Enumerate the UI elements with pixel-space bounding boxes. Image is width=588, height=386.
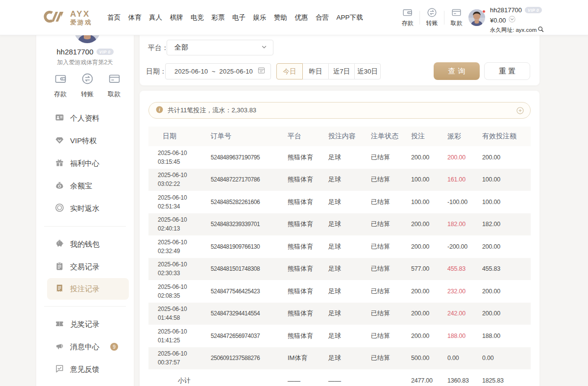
cell-platform: 熊猫体育 <box>288 242 328 251</box>
cell-platform: 熊猫体育 <box>288 309 328 318</box>
wallet-action-3[interactable]: 取款 <box>104 73 124 99</box>
sidebar-item-megaphone[interactable]: 消息中心9 <box>36 335 134 358</box>
subtotal-label: 小计 <box>158 376 211 385</box>
nav-item-6[interactable]: 彩票 <box>212 13 225 22</box>
bank-card-icon <box>451 7 462 18</box>
sidebar-item-ticket[interactable]: 兑奖记录 <box>36 313 134 335</box>
table-row[interactable]: 2025-06-1003:15:455248489637190795熊猫体育足球… <box>148 146 531 169</box>
cell-order-number: 5248481909766130 <box>211 243 288 250</box>
cell-valid-amount: 455.83 <box>482 265 531 272</box>
wallet-action-label: 取款 <box>108 90 121 99</box>
date-range-value: 2025-06-10 ~ 2025-06-10 <box>174 68 258 75</box>
cell-status: 已结算 <box>371 354 411 362</box>
table-row[interactable]: 2025-06-1002:08:355248477546425423熊猫体育足球… <box>148 280 531 303</box>
date-range-input[interactable]: 2025-06-10 ~ 2025-06-10 <box>165 63 271 79</box>
cell-date: 2025-06-1002:51:34 <box>158 193 211 211</box>
quick-action-3[interactable]: 取款 <box>445 7 468 27</box>
platform-select[interactable]: 全部 <box>167 40 273 55</box>
search-icon[interactable] <box>538 26 544 34</box>
transfer-icon <box>427 7 437 18</box>
cell-payout: -200.00 <box>447 243 482 250</box>
nav-item-1[interactable]: 首页 <box>107 13 121 22</box>
table-row[interactable]: 2025-06-1002:51:345248485282261606熊猫体育足球… <box>148 191 531 213</box>
cell-order-number: 5248483239339701 <box>211 221 288 228</box>
brand-logo[interactable]: AYX 爱游戏 <box>42 8 92 27</box>
nav-item-2[interactable]: 体育 <box>128 13 142 22</box>
nav-item-8[interactable]: 娱乐 <box>253 13 267 22</box>
feedback-icon <box>55 364 64 375</box>
sidebar-item-label: 实时返水 <box>70 204 99 213</box>
range-button-4[interactable]: 近30日 <box>354 63 381 79</box>
column-header-6: 投注 <box>411 132 447 141</box>
cell-platform: 熊猫体育 <box>288 287 328 296</box>
plus-circle-icon[interactable] <box>516 107 524 114</box>
cell-order-number: 5248489637190795 <box>211 154 288 161</box>
menu-divider <box>44 306 126 307</box>
cell-status: 已结算 <box>371 332 411 340</box>
range-button-1[interactable]: 今日 <box>276 63 303 79</box>
cell-date: 2025-06-1003:02:22 <box>158 171 211 188</box>
sidebar-item-receipt[interactable]: 投注记录 <box>47 278 129 300</box>
table-row[interactable]: 2025-06-1001:41:255248472656974037熊猫体育足球… <box>148 325 531 347</box>
nav-item-4[interactable]: 棋牌 <box>170 13 183 22</box>
cell-payout: 455.83 <box>447 265 482 272</box>
wallet-action-2[interactable]: 转账 <box>77 73 98 99</box>
table-row[interactable]: 2025-06-1002:32:495248481909766130熊猫体育足球… <box>148 235 531 258</box>
query-button[interactable]: 查询 <box>434 62 480 80</box>
table-row[interactable]: 2025-06-1001:44:585248473294414554熊猫体育足球… <box>148 303 531 325</box>
cell-bet-content: 足球 <box>328 198 371 206</box>
sidebar-item-coin[interactable]: 实时返水 <box>36 197 134 220</box>
cell-order-number: 5248487227170786 <box>211 176 288 183</box>
wallet-action-1[interactable]: 存款 <box>50 73 71 99</box>
nav-item-7[interactable]: 电子 <box>232 13 245 22</box>
cell-bet-amount: 100.00 <box>411 176 447 183</box>
cell-bet-amount: 200.00 <box>411 333 447 339</box>
range-button-3[interactable]: 近7日 <box>328 63 355 79</box>
sidebar-item-id-card[interactable]: 个人资料 <box>36 107 134 129</box>
platform-select-value: 全部 <box>174 43 261 52</box>
subtotal-dash: —— <box>328 377 371 385</box>
nav-item-11[interactable]: 合营 <box>316 13 329 22</box>
subtotal-row: 小计————2477.001360.831825.83 <box>148 369 531 386</box>
cell-status: 已结算 <box>371 175 411 184</box>
piggy-bank-icon <box>55 239 64 250</box>
table-row[interactable]: 2025-06-1002:40:135248483239339701熊猫体育足球… <box>148 213 531 236</box>
nav-item-12[interactable]: APP下载 <box>337 13 363 22</box>
sidebar-item-gift[interactable]: 福利中心 <box>36 152 134 175</box>
sidebar-item-feedback[interactable]: 意见反馈 <box>36 358 134 381</box>
wallet-icon <box>402 7 413 18</box>
nav-item-5[interactable]: 电竞 <box>191 13 204 22</box>
table-row[interactable]: 2025-06-1003:02:225248487227170786熊猫体育足球… <box>148 169 531 191</box>
sidebar-item-piggy-bank[interactable]: 我的钱包 <box>36 233 134 256</box>
quick-action-1[interactable]: 存款 <box>396 7 419 27</box>
balance-refresh-icon[interactable] <box>509 16 515 25</box>
sidebar-item-label: 投注记录 <box>70 284 99 294</box>
sidebar-item-clipboard[interactable]: 交易记录 <box>36 256 134 278</box>
transfer-icon <box>81 73 94 87</box>
cell-bet-content: 足球 <box>328 220 371 229</box>
cell-status: 已结算 <box>371 220 411 229</box>
wallet-icon <box>54 73 67 87</box>
cell-order-number: 5248485282261606 <box>211 199 288 206</box>
cell-payout: 161.00 <box>447 176 482 183</box>
cell-valid-amount: 200.00 <box>482 154 531 161</box>
nav-item-9[interactable]: 赞助 <box>274 13 287 22</box>
table-row[interactable]: 2025-06-1000:37:572506091237588276IM体育足球… <box>148 347 531 370</box>
sidebar-item-label: 福利中心 <box>70 159 99 168</box>
menu-divider <box>44 226 126 227</box>
range-button-2[interactable]: 昨日 <box>302 63 329 79</box>
cell-order-number: 5248473294414554 <box>211 310 288 317</box>
cell-date: 2025-06-1002:32:49 <box>158 238 211 256</box>
sidebar-item-money-bag[interactable]: 余额宝 <box>36 175 134 197</box>
quick-action-2[interactable]: 转账 <box>420 7 443 27</box>
nav-item-3[interactable]: 真人 <box>149 13 162 22</box>
reset-button[interactable]: 重置 <box>484 62 530 80</box>
cell-bet-content: 足球 <box>328 332 371 340</box>
nav-item-10[interactable]: 优惠 <box>295 13 308 22</box>
cell-status: 已结算 <box>371 287 411 296</box>
table-row[interactable]: 2025-06-1002:30:335248481501748308熊猫体育足球… <box>148 258 531 281</box>
sidebar-item-label: 个人资料 <box>70 114 99 123</box>
cell-payout: 0.00 <box>447 355 482 361</box>
cell-platform: 熊猫体育 <box>288 198 328 206</box>
sidebar-item-gem[interactable]: VIP特权 <box>36 129 134 152</box>
